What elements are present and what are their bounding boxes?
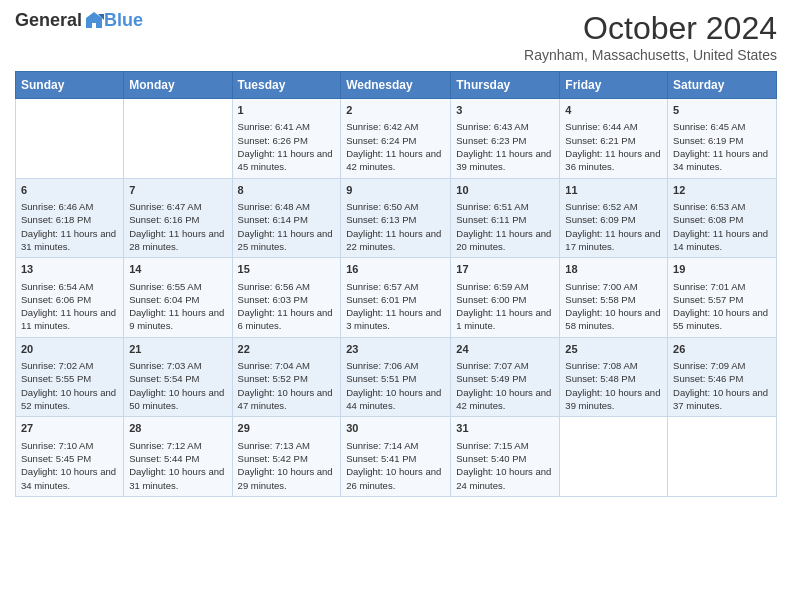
day-info: Sunset: 5:45 PM [21,452,118,465]
day-info: Sunset: 6:26 PM [238,134,336,147]
day-number: 30 [346,421,445,436]
day-number: 15 [238,262,336,277]
calendar-cell: 10Sunrise: 6:51 AMSunset: 6:11 PMDayligh… [451,178,560,258]
day-number: 13 [21,262,118,277]
calendar-cell: 20Sunrise: 7:02 AMSunset: 5:55 PMDayligh… [16,337,124,417]
calendar-cell: 1Sunrise: 6:41 AMSunset: 6:26 PMDaylight… [232,99,341,179]
day-info: Daylight: 11 hours and 20 minutes. [456,227,554,254]
day-number: 5 [673,103,771,118]
day-info: Sunrise: 7:01 AM [673,280,771,293]
calendar-week-row: 20Sunrise: 7:02 AMSunset: 5:55 PMDayligh… [16,337,777,417]
calendar-cell: 21Sunrise: 7:03 AMSunset: 5:54 PMDayligh… [124,337,232,417]
calendar-week-row: 13Sunrise: 6:54 AMSunset: 6:06 PMDayligh… [16,258,777,338]
logo: General Blue [15,10,143,31]
day-number: 6 [21,183,118,198]
day-info: Sunset: 6:16 PM [129,213,226,226]
day-info: Daylight: 11 hours and 31 minutes. [21,227,118,254]
calendar-cell: 7Sunrise: 6:47 AMSunset: 6:16 PMDaylight… [124,178,232,258]
calendar-cell: 5Sunrise: 6:45 AMSunset: 6:19 PMDaylight… [668,99,777,179]
day-info: Sunrise: 6:54 AM [21,280,118,293]
day-number: 27 [21,421,118,436]
day-number: 29 [238,421,336,436]
day-info: Sunrise: 7:15 AM [456,439,554,452]
day-info: Sunset: 5:48 PM [565,372,662,385]
day-info: Sunrise: 7:02 AM [21,359,118,372]
day-info: Daylight: 10 hours and 24 minutes. [456,465,554,492]
calendar-cell [124,99,232,179]
day-info: Daylight: 11 hours and 11 minutes. [21,306,118,333]
day-info: Sunrise: 7:14 AM [346,439,445,452]
day-info: Sunrise: 6:46 AM [21,200,118,213]
day-info: Daylight: 10 hours and 47 minutes. [238,386,336,413]
day-info: Sunrise: 6:43 AM [456,120,554,133]
weekday-header: Friday [560,72,668,99]
day-info: Sunset: 5:40 PM [456,452,554,465]
day-number: 16 [346,262,445,277]
calendar-cell: 14Sunrise: 6:55 AMSunset: 6:04 PMDayligh… [124,258,232,338]
calendar-cell: 15Sunrise: 6:56 AMSunset: 6:03 PMDayligh… [232,258,341,338]
day-info: Daylight: 11 hours and 3 minutes. [346,306,445,333]
weekday-header: Saturday [668,72,777,99]
day-info: Daylight: 11 hours and 36 minutes. [565,147,662,174]
day-info: Daylight: 11 hours and 14 minutes. [673,227,771,254]
day-info: Sunrise: 7:06 AM [346,359,445,372]
calendar-cell: 6Sunrise: 6:46 AMSunset: 6:18 PMDaylight… [16,178,124,258]
day-info: Sunset: 5:49 PM [456,372,554,385]
day-info: Daylight: 10 hours and 29 minutes. [238,465,336,492]
day-info: Daylight: 11 hours and 17 minutes. [565,227,662,254]
day-info: Daylight: 11 hours and 42 minutes. [346,147,445,174]
calendar-cell: 8Sunrise: 6:48 AMSunset: 6:14 PMDaylight… [232,178,341,258]
day-info: Sunset: 5:46 PM [673,372,771,385]
day-info: Sunset: 6:13 PM [346,213,445,226]
day-number: 10 [456,183,554,198]
day-info: Sunrise: 6:41 AM [238,120,336,133]
calendar-header: General Blue October 2024 Raynham, Massa… [15,10,777,63]
day-info: Sunrise: 7:03 AM [129,359,226,372]
day-info: Daylight: 11 hours and 45 minutes. [238,147,336,174]
day-info: Sunrise: 6:51 AM [456,200,554,213]
day-info: Sunset: 5:42 PM [238,452,336,465]
day-info: Daylight: 11 hours and 28 minutes. [129,227,226,254]
day-number: 8 [238,183,336,198]
day-number: 2 [346,103,445,118]
calendar-cell [668,417,777,497]
calendar-cell [16,99,124,179]
day-info: Sunrise: 6:42 AM [346,120,445,133]
day-info: Sunset: 5:54 PM [129,372,226,385]
day-number: 26 [673,342,771,357]
day-info: Sunset: 5:51 PM [346,372,445,385]
day-number: 9 [346,183,445,198]
day-number: 1 [238,103,336,118]
day-info: Sunset: 5:57 PM [673,293,771,306]
weekday-header: Sunday [16,72,124,99]
day-info: Daylight: 10 hours and 26 minutes. [346,465,445,492]
day-number: 19 [673,262,771,277]
day-number: 7 [129,183,226,198]
day-info: Sunrise: 6:44 AM [565,120,662,133]
day-info: Sunset: 6:09 PM [565,213,662,226]
day-info: Sunset: 5:44 PM [129,452,226,465]
day-info: Sunrise: 6:48 AM [238,200,336,213]
calendar-cell: 18Sunrise: 7:00 AMSunset: 5:58 PMDayligh… [560,258,668,338]
day-number: 18 [565,262,662,277]
day-number: 24 [456,342,554,357]
day-number: 4 [565,103,662,118]
day-info: Daylight: 11 hours and 1 minute. [456,306,554,333]
calendar-week-row: 27Sunrise: 7:10 AMSunset: 5:45 PMDayligh… [16,417,777,497]
day-number: 23 [346,342,445,357]
weekday-header: Monday [124,72,232,99]
day-info: Sunset: 6:06 PM [21,293,118,306]
day-info: Daylight: 11 hours and 34 minutes. [673,147,771,174]
day-info: Sunset: 6:08 PM [673,213,771,226]
day-info: Sunrise: 7:07 AM [456,359,554,372]
day-info: Sunset: 6:14 PM [238,213,336,226]
calendar-header-row: SundayMondayTuesdayWednesdayThursdayFrid… [16,72,777,99]
day-info: Daylight: 11 hours and 22 minutes. [346,227,445,254]
day-info: Sunset: 6:24 PM [346,134,445,147]
calendar-cell: 9Sunrise: 6:50 AMSunset: 6:13 PMDaylight… [341,178,451,258]
day-info: Sunset: 6:21 PM [565,134,662,147]
weekday-header: Thursday [451,72,560,99]
day-info: Sunrise: 6:56 AM [238,280,336,293]
day-number: 31 [456,421,554,436]
day-info: Sunrise: 7:12 AM [129,439,226,452]
